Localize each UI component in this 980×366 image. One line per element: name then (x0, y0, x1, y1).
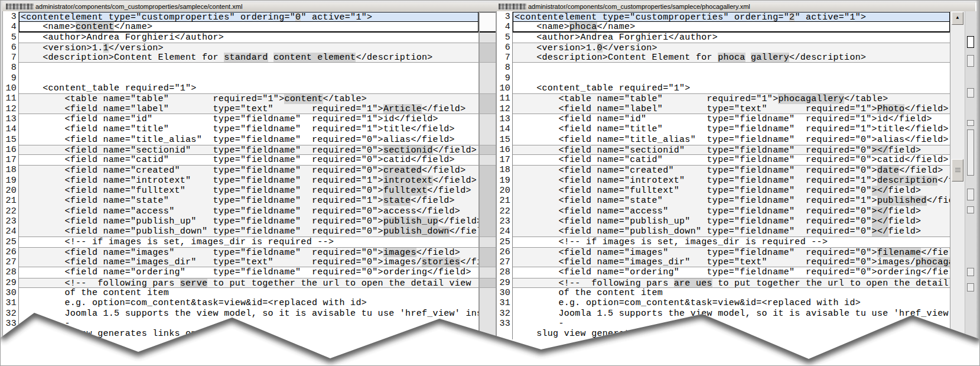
code-text: <description>Content Element for standar… (19, 53, 478, 63)
code-line[interactable]: 30 of the content item (497, 288, 950, 298)
code-text: Joomla 1.5 supports the view model, so i… (19, 309, 478, 319)
code-line[interactable]: 25 <!-- if images is set, images_dir is … (497, 237, 950, 247)
diff-marker[interactable] (967, 129, 974, 176)
code-line[interactable]: 19 <field name="introtext" type="fieldna… (3, 176, 478, 186)
code-line[interactable]: 26 <field name="images" type="fieldname"… (3, 247, 478, 257)
diff-marker[interactable] (967, 88, 974, 98)
diff-marker[interactable] (967, 189, 974, 200)
vertical-scrollbar[interactable]: ▲ (950, 11, 965, 365)
code-line[interactable]: 11 <table name="table" required="1">cont… (3, 93, 478, 103)
code-line[interactable]: 24 <field name="publish_down" type="fiel… (497, 226, 950, 237)
code-line[interactable]: 10 <content_table required="1"> (497, 83, 950, 93)
line-number: 15 (497, 135, 513, 145)
code-line[interactable]: 33 - (497, 319, 950, 329)
inline-diff-highlight: 0 (597, 43, 603, 53)
code-line[interactable]: 31 e.g. option=com_content&task=view&id=… (3, 298, 478, 308)
code-line[interactable]: 29 <!-- following pars are ues to put to… (497, 278, 950, 288)
code-line[interactable]: 8 (3, 63, 478, 73)
right-code-area[interactable]: 3<contentelement type="customproperties"… (497, 11, 950, 339)
scrollbar-thumb[interactable] (952, 159, 963, 182)
left-code-area[interactable]: 3<contentelement type="customproperties"… (3, 11, 478, 339)
code-line[interactable]: 23 <field name="publish_up" type="fieldn… (3, 216, 478, 226)
line-number: 21 (497, 196, 513, 206)
overview-bar[interactable] (965, 11, 976, 365)
code-line[interactable]: 19 <field name="introtext" type="fieldna… (497, 176, 950, 186)
inline-diff-highlight: Photo (877, 104, 905, 114)
code-line[interactable]: 9 (497, 73, 950, 83)
code-line[interactable]: 27 <field name="images_dir" type="text" … (3, 257, 478, 267)
code-line[interactable]: 31 e.g. option=com_content&task=view&id=… (497, 298, 950, 308)
code-line[interactable]: 24 <field name="publish_down" type="fiel… (3, 226, 478, 237)
code-line[interactable]: 13 <field name="id" type="fieldname" req… (497, 114, 950, 124)
code-line[interactable]: 18 <field name="created" type="fieldname… (3, 165, 478, 175)
diff-gutter-segment (480, 329, 496, 339)
code-line[interactable]: 27 <field name="images_dir" type="text" … (497, 257, 950, 267)
line-number: 31 (497, 298, 513, 308)
inline-diff-highlight: ></ (872, 216, 888, 226)
code-line[interactable]: 14 <field name="title" type="fieldname" … (3, 124, 478, 134)
code-line[interactable]: 21 <field name="state" type="fieldname" … (497, 196, 950, 206)
line-number: 29 (497, 278, 513, 288)
line-number: 23 (3, 216, 19, 226)
code-line[interactable]: slug view generates links an (497, 329, 950, 339)
code-line[interactable]: 13 <field name="id" type="fieldname" req… (3, 114, 478, 124)
code-line[interactable]: 10 <content_table required="1"> (3, 83, 478, 93)
line-number: 5 (497, 33, 513, 43)
code-line[interactable]: 28 <field name="ordering" type="fieldnam… (497, 267, 950, 277)
code-line[interactable]: 14 <field name="title" type="fieldname" … (497, 124, 950, 134)
code-line[interactable]: 5 <author>Andrea Forghieri</author> (3, 33, 478, 43)
diff-marker[interactable] (967, 268, 974, 276)
diff-marker[interactable] (967, 55, 974, 67)
code-text: <field name="publish_up" type="fieldname… (513, 216, 950, 226)
code-text: <content_table required="1"> (19, 83, 478, 93)
code-line[interactable]: 6 <version>1.1</version> (3, 43, 478, 53)
code-line[interactable]: 22 <field name="access" type="fieldname"… (497, 206, 950, 216)
code-line[interactable]: 12 <field name="label" type="text" requi… (3, 104, 478, 114)
code-line[interactable]: 15 <field name="title_alias" type="field… (3, 135, 478, 145)
code-line[interactable]: 28 <field name="ordering" type="fieldnam… (3, 267, 478, 277)
code-line[interactable]: 12 <field name="label" type="text" requi… (497, 104, 950, 114)
code-line[interactable]: 17 <field name="catid" type="fieldname" … (497, 155, 950, 165)
code-text: of the content item (19, 288, 478, 298)
code-line[interactable]: 6 <version>1.0</version> (497, 43, 950, 53)
code-line[interactable]: 3<contentelement type="customproperties"… (3, 12, 478, 22)
diff-gutter-segment (480, 288, 496, 298)
diff-marker[interactable] (967, 283, 974, 291)
code-line[interactable]: 33 - (3, 319, 478, 329)
diff-marker[interactable] (967, 206, 974, 213)
redacted-path-prefix (499, 4, 526, 9)
code-line[interactable]: 22 <field name="access" type="fieldname"… (3, 206, 478, 216)
line-number: 23 (497, 216, 513, 226)
code-line[interactable]: 8 (497, 63, 950, 73)
line-number: 5 (3, 33, 19, 43)
code-text: <field name="introtext" type="fieldname"… (19, 176, 478, 186)
code-line[interactable]: slug view generates links on title-alias (3, 329, 478, 339)
code-line[interactable]: 5 <author>Andrea Forghieri</author> (497, 33, 950, 43)
code-line[interactable]: 29 <!-- following pars serve to put toge… (3, 278, 478, 288)
code-line[interactable]: 26 <field name="images" type="fieldname"… (497, 247, 950, 257)
code-line[interactable]: 18 <field name="created" type="fieldname… (497, 165, 950, 175)
code-line[interactable]: 11 <table name="table" required="1">phoc… (497, 93, 950, 103)
code-line[interactable]: 32 Joomla 1.5 supports the view model, s… (497, 309, 950, 319)
code-line[interactable]: 20 <field name="fulltext" type="fieldnam… (3, 186, 478, 196)
code-line[interactable]: 7 <description>Content Element for phoca… (497, 53, 950, 63)
scroll-up-button[interactable]: ▲ (952, 12, 963, 25)
code-line[interactable]: 15 <field name="title_alias" type="field… (497, 135, 950, 145)
current-diff-marker[interactable] (967, 36, 974, 48)
code-line[interactable]: 30 of the content item (3, 288, 478, 298)
code-line[interactable]: 7 <description>Content Element for stand… (3, 53, 478, 63)
code-line[interactable]: 20 <field name="fulltext" type="fieldnam… (497, 186, 950, 196)
code-line[interactable]: 23 <field name="publish_up" type="fieldn… (497, 216, 950, 226)
code-line[interactable]: 16 <field name="sectionid" type="fieldna… (497, 145, 950, 155)
code-line[interactable]: 16 <field name="sectionid" type="fieldna… (3, 145, 478, 155)
code-line[interactable]: 3<contentelement type="customproperties"… (497, 12, 950, 22)
diff-marker[interactable] (967, 120, 974, 126)
code-line[interactable]: 32 Joomla 1.5 supports the view model, s… (3, 309, 478, 319)
code-line[interactable]: 25 <!-- if images is set, images_dir is … (3, 237, 478, 247)
code-line[interactable]: 17 <field name="catid" type="fieldname" … (3, 155, 478, 165)
code-line[interactable]: 9 (3, 73, 478, 83)
code-line[interactable]: 21 <field name="state" type="fieldname" … (3, 196, 478, 206)
code-line[interactable]: 4 <name>content</name> (3, 22, 478, 32)
code-text: <name>phoca</name> (513, 22, 950, 32)
code-line[interactable]: 4 <name>phoca</name> (497, 22, 950, 32)
